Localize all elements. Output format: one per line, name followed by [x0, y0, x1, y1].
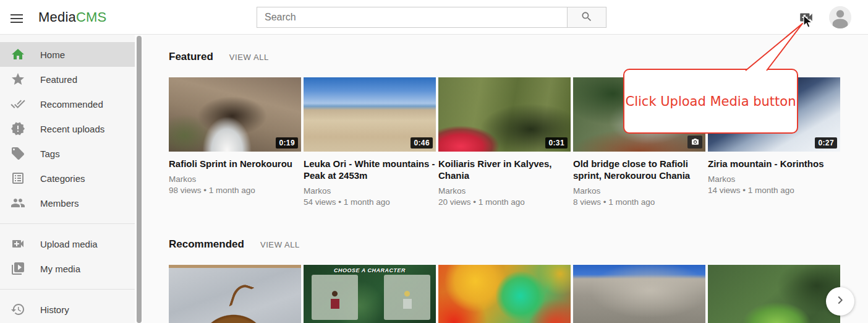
- sidebar-item-recent-uploads[interactable]: Recent uploads: [0, 116, 135, 141]
- sidebar-item-categories[interactable]: Categories: [0, 166, 135, 191]
- tooltip-callout: Click Upload Media button: [623, 69, 798, 134]
- sidebar-item-label: Home: [40, 50, 65, 60]
- video-author[interactable]: Markos: [573, 186, 705, 197]
- video-title[interactable]: Leuka Ori - White mountains - Peak at 24…: [304, 158, 436, 181]
- video-title[interactable]: Old bridge close to Rafioli sprint, Nero…: [573, 158, 705, 181]
- media-card[interactable]: 0:46 Leuka Ori - White mountains - Peak …: [304, 77, 436, 208]
- media-card[interactable]: [573, 265, 705, 323]
- character-panel: [312, 275, 358, 320]
- user-avatar[interactable]: [829, 6, 851, 28]
- video-title[interactable]: Rafioli Sprint in Nerokourou: [169, 158, 301, 170]
- sidebar-item-label: Recent uploads: [40, 124, 104, 134]
- video-author[interactable]: Markos: [438, 186, 571, 197]
- sidebar-item-label: Members: [40, 198, 79, 209]
- video-title[interactable]: Koiliaris River in Kalyves, Chania: [438, 158, 571, 181]
- video-meta: 14 views • 1 month ago: [708, 185, 840, 196]
- video-author[interactable]: Markos: [169, 174, 301, 185]
- video-meta: 54 views • 1 month ago: [304, 197, 436, 208]
- camera-icon: [687, 136, 702, 149]
- video-thumbnail[interactable]: [708, 265, 840, 323]
- menu-icon[interactable]: [9, 11, 25, 24]
- featured-view-all-link[interactable]: VIEW ALL: [229, 53, 269, 62]
- double-check-icon: [11, 97, 25, 111]
- media-card[interactable]: 0:31 Koiliaris River in Kalyves, Chania …: [438, 77, 571, 208]
- sidebar-item-recommended[interactable]: Recommended: [0, 92, 135, 116]
- section-title-recommended: Recommended: [169, 238, 244, 251]
- media-card[interactable]: [169, 265, 301, 323]
- video-thumbnail[interactable]: 0:19: [169, 77, 301, 152]
- duration-badge: 0:27: [815, 137, 837, 149]
- video-thumbnail[interactable]: 0:31: [438, 77, 571, 152]
- sidebar-item-label: Recommended: [40, 99, 103, 110]
- sidebar-item-upload-media[interactable]: Upload media: [0, 231, 135, 256]
- duration-badge: 0:19: [276, 137, 298, 149]
- star-icon: [11, 72, 25, 87]
- video-meta: 8 views • 1 month ago: [573, 197, 705, 208]
- members-icon: [11, 196, 25, 210]
- section-title-featured: Featured: [169, 51, 213, 63]
- duration-badge: 0:31: [545, 137, 568, 149]
- sidebar: Home Featured Recommended Recent uploads…: [0, 35, 135, 323]
- new-releases-icon: [11, 121, 25, 136]
- character-panel: [384, 275, 430, 320]
- search-icon: [581, 11, 593, 25]
- sidebar-item-home[interactable]: Home: [0, 42, 135, 67]
- sidebar-item-label: My media: [40, 264, 80, 274]
- sidebar-item-members[interactable]: Members: [0, 191, 135, 215]
- video-meta: 20 views • 1 month ago: [438, 197, 571, 208]
- carousel-next-button[interactable]: [826, 287, 854, 316]
- sidebar-divider: [0, 289, 135, 290]
- home-icon: [11, 47, 25, 62]
- chevron-right-icon: [833, 293, 847, 309]
- scrollbar-thumb[interactable]: [137, 36, 142, 323]
- video-author[interactable]: Markos: [708, 174, 840, 185]
- sidebar-item-label: History: [40, 304, 69, 315]
- media-card[interactable]: [438, 265, 571, 323]
- app-logo[interactable]: MediaCMS: [38, 0, 106, 35]
- video-thumbnail[interactable]: 0:46: [304, 77, 436, 152]
- upload-media-icon[interactable]: [798, 9, 814, 25]
- sidebar-divider: [0, 223, 135, 224]
- sidebar-item-label: Tags: [40, 149, 60, 159]
- categories-icon: [11, 171, 25, 186]
- tag-icon: [11, 146, 25, 161]
- search-form: [257, 7, 606, 28]
- sidebar-item-label: Categories: [40, 173, 85, 184]
- history-icon: [11, 302, 25, 317]
- duration-badge: 0:46: [411, 137, 433, 149]
- sidebar-item-tags[interactable]: Tags: [0, 141, 135, 166]
- search-input[interactable]: [257, 7, 567, 27]
- video-author[interactable]: Markos: [304, 186, 436, 197]
- video-title[interactable]: Ziria mountain - Korinthos: [708, 158, 840, 170]
- tooltip-text: Click Upload Media button: [626, 94, 796, 109]
- top-bar: MediaCMS: [0, 0, 868, 35]
- sidebar-scrollbar[interactable]: [135, 35, 143, 323]
- thumbnail-overlay-text: CHOOSE A CHARACTER: [304, 267, 436, 273]
- video-meta: 98 views • 1 month ago: [169, 185, 301, 196]
- sidebar-item-label: Upload media: [40, 239, 98, 249]
- search-button[interactable]: [567, 7, 606, 27]
- media-card[interactable]: 0:19 Rafioli Sprint in Nerokourou Markos…: [169, 77, 301, 208]
- media-card[interactable]: CHOOSE A CHARACTER KWAME YAA Selected Se…: [304, 265, 436, 323]
- video-thumbnail[interactable]: CHOOSE A CHARACTER KWAME YAA Selected Se…: [304, 265, 436, 323]
- sidebar-item-my-media[interactable]: My media: [0, 256, 135, 281]
- video-thumbnail[interactable]: [573, 265, 705, 323]
- sidebar-item-label: Featured: [40, 74, 77, 85]
- sidebar-item-featured[interactable]: Featured: [0, 67, 135, 92]
- upload-media-icon: [11, 236, 25, 251]
- recommended-view-all-link[interactable]: VIEW ALL: [260, 240, 300, 249]
- logo-text-cms: CMS: [76, 9, 107, 25]
- video-library-icon: [11, 261, 25, 276]
- media-card[interactable]: [708, 265, 840, 323]
- video-thumbnail[interactable]: [169, 265, 301, 323]
- video-thumbnail[interactable]: [438, 265, 571, 323]
- logo-text-media: Media: [38, 9, 76, 25]
- recommended-card-row: CHOOSE A CHARACTER KWAME YAA Selected Se…: [169, 265, 840, 323]
- recommended-section: Recommended VIEW ALL CHOOSE A CHARACTER …: [169, 238, 868, 323]
- sidebar-item-history[interactable]: History: [0, 297, 135, 322]
